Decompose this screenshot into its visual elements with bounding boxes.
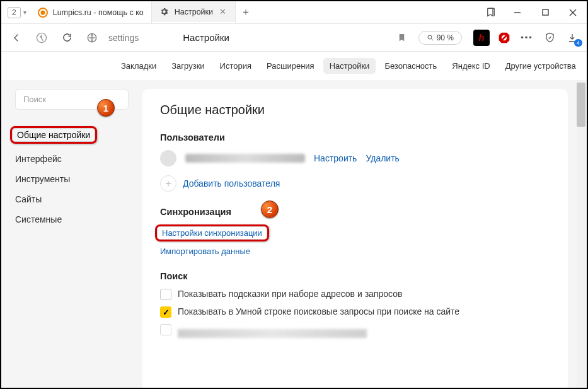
- settings-top-nav: Закладки Загрузки История Расширения Нас…: [1, 52, 587, 80]
- user-configure-link[interactable]: Настроить: [314, 153, 357, 163]
- section-sync-title: Синхронизация: [160, 207, 550, 217]
- plus-icon: ＋: [160, 175, 176, 192]
- address-field[interactable]: settings Настройки: [108, 28, 386, 47]
- highlight-red: Общие настройки: [10, 126, 97, 144]
- section-users-title: Пользователи: [160, 132, 550, 142]
- page-title-in-addr: Настройки: [183, 32, 229, 43]
- checkbox-unchecked[interactable]: [160, 324, 171, 335]
- chevron-down-icon: ▾: [23, 9, 26, 16]
- import-data-link[interactable]: Импортировать данные: [160, 247, 250, 256]
- checkbox-label: Показывать подсказки при наборе адресов …: [178, 289, 402, 299]
- scrollbar-thumb[interactable]: [577, 83, 585, 127]
- annotation-marker-1: 1: [97, 99, 115, 117]
- content-area: Поиск 1 Общие настройки Интерфейс Инстру…: [1, 80, 587, 389]
- back-button[interactable]: [8, 29, 25, 47]
- url-text: settings: [108, 33, 139, 43]
- close-icon[interactable]: ✕: [218, 7, 228, 16]
- annotation-marker-2: 2: [261, 200, 279, 218]
- tab-counter[interactable]: 2 ▾: [1, 1, 30, 23]
- titlebar: 2 ▾ Lumpics.ru - помощь с ко Настройки ✕…: [1, 1, 587, 24]
- topnav-item[interactable]: Закладки: [115, 58, 163, 74]
- topnav-item-active[interactable]: Настройки: [323, 58, 376, 74]
- topnav-item[interactable]: Другие устройства: [499, 58, 582, 74]
- settings-sidebar: Поиск 1 Общие настройки Интерфейс Инстру…: [1, 80, 134, 389]
- checkbox-row[interactable]: Показывать подсказки при наборе адресов …: [160, 289, 550, 300]
- window-maximize[interactable]: [531, 1, 559, 24]
- sidenav-item-tools[interactable]: Инструменты: [15, 169, 134, 189]
- checkbox-unchecked[interactable]: [160, 289, 171, 300]
- menu-more-icon[interactable]: •••: [519, 30, 535, 46]
- extension-shield-icon[interactable]: [541, 30, 558, 46]
- svg-rect-3: [543, 9, 548, 15]
- topnav-item[interactable]: Расширения: [260, 58, 321, 74]
- checkbox-row[interactable]: Показывать в Умной строке поисковые запр…: [160, 306, 550, 318]
- user-delete-link[interactable]: Удалить: [366, 153, 399, 163]
- zoom-value: 90 %: [437, 33, 454, 42]
- topnav-item[interactable]: Безопасность: [378, 58, 443, 74]
- zoom-indicator[interactable]: 90 %: [418, 31, 462, 45]
- topnav-item[interactable]: Яндекс ID: [446, 58, 496, 74]
- settings-main-panel: Общие настройки Пользователи Настроить У…: [142, 89, 568, 389]
- text-cutoff-blurred: [178, 329, 367, 338]
- address-bar: settings Настройки 90 % h ••• 4: [1, 24, 587, 52]
- tab-title: Настройки: [175, 8, 213, 16]
- window-minimize[interactable]: [504, 1, 531, 24]
- section-search-title: Поиск: [160, 271, 550, 281]
- favicon-lumpics: [38, 8, 48, 18]
- sidenav-item-general[interactable]: Общие настройки: [15, 121, 134, 149]
- checkbox-row-cutoff: [160, 324, 550, 338]
- svg-point-1: [40, 10, 45, 15]
- bookmark-all-icon[interactable]: [478, 1, 504, 23]
- tab-title: Lumpics.ru - помощь с ко: [53, 8, 144, 17]
- add-user-button[interactable]: ＋ Добавить пользователя: [160, 175, 550, 192]
- avatar: [160, 150, 176, 166]
- add-user-label: Добавить пользователя: [183, 178, 280, 189]
- window-close[interactable]: [559, 1, 587, 24]
- browser-tab-1[interactable]: Настройки ✕: [152, 1, 236, 23]
- user-name-blurred: [185, 154, 305, 163]
- downloads-badge: 4: [574, 39, 582, 47]
- sidenav-item-sites[interactable]: Сайты: [15, 189, 134, 209]
- bookmark-icon[interactable]: [393, 29, 411, 47]
- checkbox-checked[interactable]: [160, 306, 171, 318]
- site-info-icon[interactable]: [83, 29, 101, 47]
- checkbox-label: Показывать в Умной строке поисковые запр…: [178, 306, 459, 316]
- yandex-logo-icon[interactable]: [33, 29, 50, 47]
- extension-adblock-icon[interactable]: [496, 30, 512, 46]
- page-heading: Общие настройки: [160, 103, 550, 117]
- highlight-red: Настройки синхронизации: [155, 224, 269, 241]
- browser-tab-0[interactable]: Lumpics.ru - помощь с ко: [30, 1, 152, 23]
- sync-settings-link[interactable]: Настройки синхронизации: [162, 228, 262, 238]
- svg-point-8: [428, 35, 432, 39]
- topnav-item[interactable]: Загрузки: [165, 58, 210, 74]
- topnav-item[interactable]: История: [214, 58, 258, 74]
- reload-button[interactable]: [58, 29, 76, 47]
- user-row: Настроить Удалить: [160, 150, 550, 166]
- extension-h-icon[interactable]: h: [473, 30, 490, 46]
- settings-sidenav: Общие настройки Интерфейс Инструменты Са…: [15, 121, 134, 229]
- new-tab-button[interactable]: ＋: [236, 1, 256, 23]
- tab-count-badge: 2: [8, 7, 21, 18]
- sidenav-item-system[interactable]: Системные: [15, 209, 134, 229]
- gear-icon: [159, 7, 170, 17]
- downloads-icon[interactable]: 4: [564, 30, 580, 46]
- sidenav-item-interface[interactable]: Интерфейс: [15, 149, 134, 169]
